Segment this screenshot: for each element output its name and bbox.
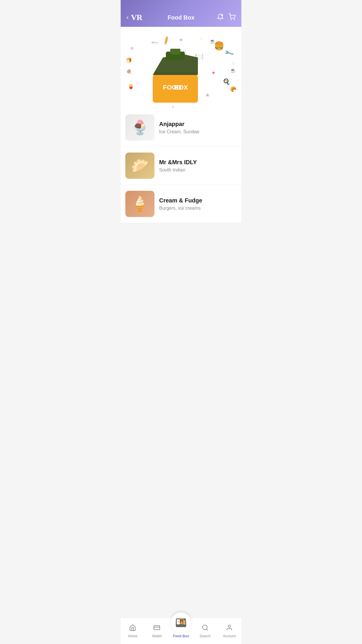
svg-point-40: [203, 625, 207, 630]
restaurant-cuisine: Ice Cream, Sundae: [159, 129, 237, 134]
restaurant-item[interactable]: Mr &Mrs IDLY South Indian: [121, 147, 241, 185]
foodbox-circle: 🍱: [171, 612, 191, 633]
svg-text:🥐: 🥐: [230, 86, 237, 92]
nav-item-search[interactable]: Search: [193, 623, 217, 639]
page-title: Food Box: [168, 14, 194, 21]
svg-text:★: ★: [129, 45, 135, 51]
nav-label-account: Account: [223, 634, 236, 638]
home-icon: [129, 624, 136, 633]
svg-text:★: ★: [179, 37, 183, 42]
nav-label-search: Search: [200, 634, 211, 638]
svg-point-0: [221, 14, 223, 16]
notification-icon[interactable]: [217, 13, 224, 22]
svg-text:☕: ☕: [230, 68, 236, 73]
app-logo: VR: [131, 13, 142, 22]
nav-item-wallet[interactable]: Wallet: [145, 623, 169, 639]
account-icon: [226, 624, 233, 633]
svg-text:☆: ☆: [148, 93, 152, 98]
svg-point-42: [228, 625, 231, 627]
restaurant-cuisine: South Indian: [159, 167, 237, 173]
restaurant-info: Anjappar Ice Cream, Sundae: [159, 121, 237, 134]
nav-label-wallet: Wallet: [152, 634, 162, 638]
search-icon: [202, 624, 209, 633]
restaurant-info: Cream & Fudge Burgers, ice creams: [159, 197, 237, 211]
svg-text:🍟: 🍟: [128, 84, 134, 89]
restaurant-item[interactable]: Anjappar Ice Cream, Sundae: [121, 108, 241, 147]
wallet-icon: [153, 624, 160, 633]
svg-text:✦: ✦: [211, 70, 216, 76]
svg-rect-39: [154, 626, 160, 630]
foodbox-icon: 🍱: [175, 617, 187, 628]
hero-banner: ★ ☆ ★ ☆ ★ ☆ ☆ ★ ☆ ★ ☆ ✦ + 🥖 🍔 🥄 🍴 🍽️ 🔧 🫙…: [121, 27, 241, 108]
nav-label-foodbox: Food Box: [173, 634, 189, 638]
app-header: ‹ VR Food Box: [121, 0, 241, 27]
header-left: ‹ VR: [126, 13, 142, 22]
restaurant-cuisine: Burgers, ice creams: [159, 206, 237, 211]
svg-line-41: [206, 629, 208, 630]
svg-text:BOX: BOX: [174, 84, 188, 91]
svg-text:+: +: [172, 104, 174, 108]
restaurant-list: Anjappar Ice Cream, Sundae Mr &Mrs IDLY …: [121, 108, 241, 223]
restaurant-image: [125, 114, 154, 141]
nav-item-home[interactable]: Home: [121, 623, 145, 639]
restaurant-name: Mr &Mrs IDLY: [159, 159, 237, 166]
restaurant-item[interactable]: Cream & Fudge Burgers, ice creams: [121, 185, 241, 223]
nav-label-home: Home: [128, 634, 137, 638]
svg-text:☆: ☆: [135, 80, 140, 86]
nav-item-account[interactable]: Account: [217, 623, 241, 639]
svg-text:☕: ☕: [210, 38, 215, 44]
restaurant-name: Cream & Fudge: [159, 197, 237, 204]
svg-text:🍳: 🍳: [223, 78, 230, 85]
svg-text:🍔: 🍔: [214, 41, 224, 51]
svg-text:☆: ☆: [199, 36, 203, 41]
restaurant-image: [125, 191, 154, 217]
restaurant-image: [125, 153, 154, 179]
restaurant-info: Mr &Mrs IDLY South Indian: [159, 159, 237, 173]
nav-item-foodbox[interactable]: 🍱 Food Box: [169, 611, 193, 639]
back-button[interactable]: ‹: [126, 14, 129, 21]
svg-text:☆: ☆: [231, 61, 236, 66]
svg-point-2: [234, 19, 235, 20]
bottom-navigation: Home Wallet 🍱 Food Box Search: [121, 617, 241, 644]
svg-text:★: ★: [205, 92, 210, 98]
svg-rect-38: [170, 49, 180, 55]
svg-point-1: [231, 19, 231, 20]
cart-icon[interactable]: [229, 13, 236, 22]
svg-text:🍭: 🍭: [126, 69, 132, 75]
restaurant-name: Anjappar: [159, 121, 237, 127]
header-actions: [217, 13, 236, 22]
